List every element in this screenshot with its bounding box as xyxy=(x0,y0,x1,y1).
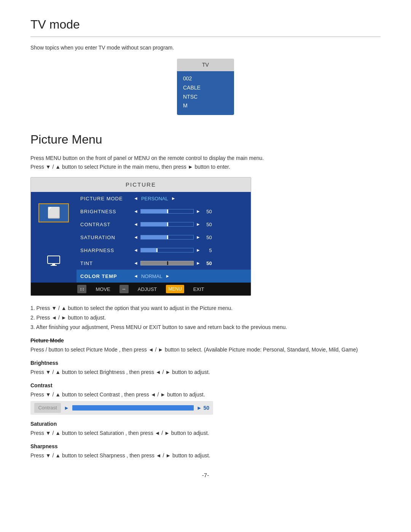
contrast-bar-arrow: ► xyxy=(64,404,69,412)
monitor-icon: ⬜ xyxy=(47,205,61,221)
slider-brightness xyxy=(140,209,194,214)
slider-thumb-saturation xyxy=(167,235,168,239)
slider-thumb-brightness xyxy=(167,209,168,213)
menu-row-color-temp: COLOR TEMP ◄ NORMAL ► xyxy=(76,270,251,283)
subsection-title-contrast: Contrast xyxy=(30,382,381,390)
contrast-bar-label: Contrast xyxy=(34,403,61,413)
picture-right-panel: PICTURE MODE ◄ PERSONAL ► BRIGHTNESS ◄ ► xyxy=(76,192,251,283)
menu-row-brightness: BRIGHTNESS ◄ ► 50 xyxy=(76,205,251,218)
arrow-left-saturation: ◄ xyxy=(134,234,138,241)
tv-line-4: M xyxy=(183,101,228,110)
exit-label: EXIT xyxy=(193,286,204,293)
tv-mode-intro: Show topics when you enter TV mode witho… xyxy=(30,44,381,52)
tv-box: TV 002 CABLE NTSC M xyxy=(177,59,234,115)
menu-row-picture-mode: PICTURE MODE ◄ PERSONAL ► xyxy=(76,192,251,205)
contrast-bar-value: ► 50 xyxy=(197,404,209,412)
value-brightness: 50 xyxy=(203,208,212,216)
adjust-label: ADJUST xyxy=(138,286,157,293)
value-sharpness: 5 xyxy=(203,247,212,254)
contrast-fill-bar xyxy=(72,405,194,411)
svg-rect-1 xyxy=(52,264,55,265)
picture-ui-title: PICTURE xyxy=(31,177,251,192)
press-instructions: Press MENU button on the front of panel … xyxy=(30,154,381,171)
control-picture-mode: ◄ PERSONAL ► xyxy=(134,195,247,203)
subsection-title-brightness: Brightness xyxy=(30,359,381,367)
label-sharpness: SHARPNESS xyxy=(80,247,134,254)
control-contrast: ◄ ► 50 xyxy=(134,221,247,228)
slider-thumb-contrast xyxy=(167,222,168,226)
tv-line-3: NTSC xyxy=(183,93,228,102)
subsection-saturation: Saturation Press ▼ / ▲ button to select … xyxy=(30,420,381,437)
tv-line-2: CABLE xyxy=(183,83,228,93)
arrow-left-brightness: ◄ xyxy=(134,208,138,215)
picture-mode-value: PERSONAL xyxy=(141,195,168,203)
slider-fill-brightness xyxy=(141,209,167,213)
picture-ui-body: ⬜ PICTURE MODE ◄ PERSONAL ► xyxy=(31,192,251,283)
arrow-right-brightness: ► xyxy=(196,208,201,215)
subsection-brightness: Brightness Press ▼ / ▲ button to select … xyxy=(30,359,381,376)
label-saturation: SATURATION xyxy=(80,234,134,241)
picture-menu-title: Picture Menu xyxy=(30,130,381,149)
picture-icon-box: ⬜ xyxy=(38,203,69,222)
arrow-right-tint: ► xyxy=(196,260,201,267)
tv-line-1: 002 xyxy=(183,74,228,83)
picture-ui-bottom: ↕↕ MOVE ↔ ADJUST MENU EXIT xyxy=(31,283,251,296)
menu-row-tint: TINT ◄ ► 50 xyxy=(76,257,251,270)
subsection-text-brightness: Press ▼ / ▲ button to select Brightness … xyxy=(30,368,381,376)
adjust-arrows-icon: ↔ xyxy=(119,285,129,293)
label-picture-mode: PICTURE MODE xyxy=(80,195,134,203)
color-temp-value: NORMAL xyxy=(141,273,162,280)
tint-thumb xyxy=(167,261,168,265)
arrow-right-sharpness: ► xyxy=(196,247,201,254)
arrow-right-contrast: ► xyxy=(196,221,201,228)
menu-row-sharpness: SHARPNESS ◄ ► 5 xyxy=(76,244,251,257)
arrow-right-color-temp: ► xyxy=(166,273,170,280)
picture-left-panel: ⬜ xyxy=(31,192,76,283)
control-color-temp: ◄ NORMAL ► xyxy=(134,273,247,280)
list-item-1: 1. Press ▼ / ▲ button to select the opti… xyxy=(30,304,381,312)
subsection-text-sharpness: Press ▼ / ▲ button to select Sharpness ,… xyxy=(30,452,381,460)
subsection-text-saturation: Press ▼ / ▲ button to select Saturation … xyxy=(30,429,381,437)
arrow-left-icon: ◄ xyxy=(134,195,138,202)
subsection-title-picture-mode: Picture Mode xyxy=(30,337,381,345)
instructions-line1: Press MENU button on the front of panel … xyxy=(30,154,381,162)
subsection-text-contrast: Press ▼ / ▲ button to select Contrast , … xyxy=(30,391,381,399)
subsection-title-saturation: Saturation xyxy=(30,420,381,428)
numbered-list: 1. Press ▼ / ▲ button to select the opti… xyxy=(30,304,381,331)
svg-rect-0 xyxy=(48,256,60,264)
control-brightness: ◄ ► 50 xyxy=(134,208,247,216)
slider-saturation xyxy=(140,235,194,240)
tv-icon xyxy=(47,253,61,271)
move-label: MOVE xyxy=(96,286,110,293)
subsection-text-picture-mode: Press / button to select Picture Mode , … xyxy=(30,346,381,354)
arrow-right-saturation: ► xyxy=(196,234,201,241)
instructions-line2: Press ▼ / ▲ button to select Picture in … xyxy=(30,163,381,171)
slider-sharpness xyxy=(140,248,194,252)
slider-tint xyxy=(140,261,194,265)
subsection-sharpness: Sharpness Press ▼ / ▲ button to select S… xyxy=(30,443,381,460)
picture-ui: PICTURE ⬜ PICTURE MODE ◄ PERSONAL xyxy=(30,177,251,296)
arrow-right-icon: ► xyxy=(171,195,176,202)
control-tint: ◄ ► 50 xyxy=(134,260,247,267)
label-contrast: CONTRAST xyxy=(80,221,134,228)
tv-box-body: 002 CABLE NTSC M xyxy=(177,71,234,115)
list-item-2: 2. Press ◄ / ► button to adjust. xyxy=(30,314,381,322)
menu-row-contrast: CONTRAST ◄ ► 50 xyxy=(76,218,251,231)
label-brightness: BRIGHTNESS xyxy=(80,208,134,216)
value-contrast: 50 xyxy=(203,221,212,228)
list-item-3: 3. After finishing your adjustment, Pres… xyxy=(30,323,381,331)
tv-box-header: TV xyxy=(177,59,234,71)
value-tint: 50 xyxy=(203,260,212,267)
tv-mode-title: TV mode xyxy=(30,15,381,37)
svg-rect-2 xyxy=(51,265,57,266)
menu-button: MENU xyxy=(166,285,184,293)
value-saturation: 50 xyxy=(203,234,212,241)
slider-fill-contrast xyxy=(141,222,167,226)
slider-fill-saturation xyxy=(141,235,167,239)
subsection-contrast: Contrast Press ▼ / ▲ button to select Co… xyxy=(30,382,381,415)
tv-box-wrapper: TV 002 CABLE NTSC M xyxy=(30,59,381,115)
arrow-left-tint: ◄ xyxy=(134,260,138,267)
menu-row-saturation: SATURATION ◄ ► 50 xyxy=(76,231,251,244)
slider-thumb-sharpness xyxy=(156,248,158,252)
arrow-left-contrast: ◄ xyxy=(134,221,138,228)
